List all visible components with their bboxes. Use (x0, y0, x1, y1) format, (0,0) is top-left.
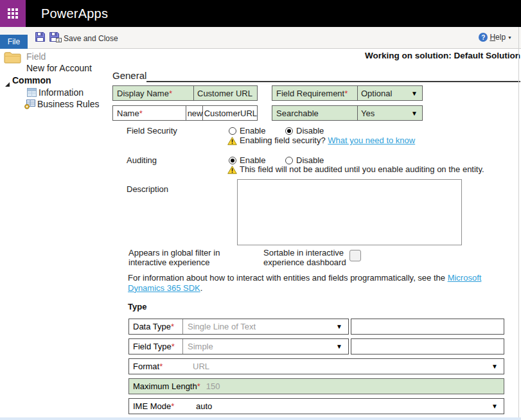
data-type-extra-box (351, 319, 504, 335)
field-security-warning: Enabling field security? What you need t… (240, 136, 415, 145)
file-tab[interactable]: File (0, 35, 28, 49)
what-you-need-to-know-link[interactable]: What you need to know (328, 136, 415, 145)
maximum-length-value[interactable]: 150 (200, 379, 504, 394)
auditing-enable-label[interactable]: Enable (240, 155, 265, 165)
sortable-label: Sortable in interactive experience dashb… (263, 248, 346, 267)
type-section-title: Type (128, 302, 146, 311)
chevron-down-icon: ▼ (491, 363, 498, 370)
auditing-warning: This field will not be audited until you… (240, 164, 484, 174)
display-name-label: Display Name* (113, 86, 194, 100)
sidebar-item-label: Information (39, 87, 84, 98)
searchable-select[interactable]: Yes ▼ (358, 106, 422, 120)
field-type-row: Field Type* Simple ▼ (128, 338, 349, 354)
field-requirement-field: Field Requirement* Optional ▼ (272, 85, 423, 101)
tree-node-common[interactable]: Common (12, 75, 51, 85)
sidebar-item-information[interactable]: Information (27, 87, 84, 98)
chevron-down-icon: ▼ (411, 110, 418, 117)
entity-type-label: Field (26, 51, 46, 62)
sidebar-item-label: Business Rules (37, 99, 100, 109)
chevron-down-icon: ▼ (336, 343, 342, 350)
display-name-value[interactable]: Customer URL (194, 86, 257, 100)
auditing-disable-radio[interactable] (285, 157, 293, 164)
save-icon (35, 31, 46, 42)
field-editor-window: PowerApps File x Save and Close ? Help ▼… (0, 0, 521, 420)
data-type-select[interactable]: Single Line of Text ▼ (183, 319, 348, 334)
sdk-info-text: For information about how to interact wi… (128, 273, 517, 293)
description-input[interactable] (237, 179, 462, 245)
business-rules-icon (24, 100, 35, 109)
help-label: Help (490, 33, 506, 42)
save-and-close-icon: x (49, 31, 62, 42)
help-menu[interactable]: ? Help ▼ (479, 33, 512, 42)
chevron-down-icon: ▼ (336, 323, 342, 330)
app-title: PowerApps (41, 0, 108, 27)
save-and-close-button[interactable]: x (49, 31, 62, 45)
tree-expander-icon[interactable] (4, 78, 10, 90)
entity-title: New for Account (26, 63, 92, 73)
page-right-edge (518, 27, 519, 417)
name-prefix: new (186, 106, 203, 120)
field-security-enable-label[interactable]: Enable (240, 126, 265, 136)
field-requirement-select[interactable]: Optional ▼ (358, 86, 422, 100)
global-filter-label: Appears in global filter in interactive … (128, 248, 220, 267)
field-type-extra-box (351, 338, 504, 354)
field-type-label: Field Type* (129, 339, 183, 354)
ime-mode-row: IME Mode* auto ▼ (128, 398, 504, 414)
auditing-label: Auditing (127, 155, 157, 165)
chevron-down-icon: ▼ (411, 90, 418, 97)
field-requirement-label: Field Requirement* (272, 86, 358, 100)
auditing-disable-label[interactable]: Disable (296, 155, 324, 165)
sidebar-item-business-rules[interactable]: Business Rules (24, 99, 100, 109)
searchable-label: Searchable (272, 106, 358, 120)
format-select[interactable]: URL ▼ (193, 359, 504, 374)
field-security-disable-radio[interactable] (285, 127, 293, 135)
ime-mode-select[interactable]: auto ▼ (196, 399, 504, 414)
data-type-label: Data Type* (129, 319, 183, 334)
page-bottom-edge (0, 417, 521, 420)
warning-icon (227, 165, 237, 177)
searchable-field: Searchable Yes ▼ (272, 105, 423, 121)
description-label: Description (127, 184, 168, 194)
help-icon: ? (479, 33, 488, 42)
working-on-solution-text: Working on solution: Default Solution (365, 51, 520, 60)
format-label: Format* (129, 359, 193, 374)
general-section-title: General (112, 70, 146, 81)
warning-icon (227, 136, 237, 148)
folder-icon (4, 51, 21, 66)
app-launcher-button[interactable] (0, 0, 26, 27)
waffle-icon (8, 8, 18, 19)
field-security-disable-label[interactable]: Disable (296, 126, 324, 136)
maximum-length-label: Maximum Length* (129, 379, 200, 394)
maximum-length-row: Maximum Length* 150 (128, 378, 504, 394)
name-value-input[interactable]: CustomerURL (203, 106, 257, 120)
name-field: Name* new CustomerURL (112, 105, 258, 121)
field-security-label: Field Security (127, 126, 177, 136)
save-button[interactable] (35, 31, 46, 45)
sortable-checkbox[interactable] (349, 250, 361, 261)
format-row: Format* URL ▼ (128, 358, 504, 374)
chevron-down-icon: ▼ (491, 403, 498, 410)
help-caret-icon: ▼ (508, 35, 512, 40)
save-and-close-label[interactable]: Save and Close (64, 34, 118, 43)
ime-mode-label: IME Mode* (129, 399, 196, 414)
name-label: Name* (113, 106, 186, 120)
auditing-enable-radio[interactable] (229, 157, 236, 164)
display-name-field: Display Name* Customer URL (112, 85, 258, 101)
general-section-rule (146, 81, 520, 82)
field-security-enable-radio[interactable] (229, 127, 236, 135)
field-type-select[interactable]: Simple ▼ (183, 339, 348, 354)
data-type-row: Data Type* Single Line of Text ▼ (128, 319, 349, 335)
information-icon (27, 88, 37, 97)
